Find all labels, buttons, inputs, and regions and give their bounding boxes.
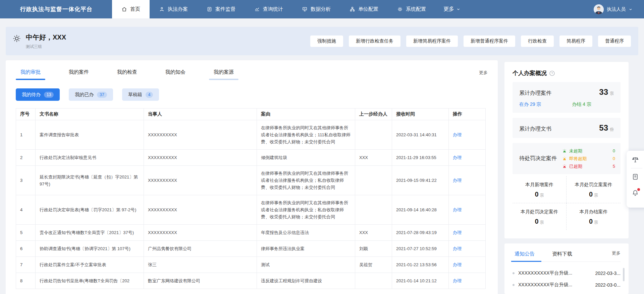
monthly-value: 0 xyxy=(535,191,538,198)
filter-done-count: 37 xyxy=(97,92,107,98)
monthly-label: 本月新增案件 xyxy=(513,182,566,188)
tab-my-case-sources[interactable]: 我的案源 xyxy=(209,67,238,80)
total-cases-value: 33 xyxy=(599,87,608,97)
user-menu[interactable]: 执法人员 xyxy=(594,0,644,18)
handle-link[interactable]: 办理 xyxy=(453,262,462,267)
cell-time: 2021-09-14 16:40:28 xyxy=(392,195,449,225)
handle-link[interactable]: 办理 xyxy=(453,230,462,235)
nav-item-query-stats[interactable]: 查询统计 xyxy=(245,0,292,18)
cell-cause: 在律师事务所执业的同时又在其他律师事务所或者社会法律服务机构执业；111私自收取… xyxy=(257,120,355,150)
table-row: 3 延长查封期限决定书(粤穗〔延查（扣）字2021〕第 97号) XXXXXXX… xyxy=(16,166,486,195)
cell-no: 5 xyxy=(16,225,36,241)
table-row: 5 责令改正通知书(粤穗数T全局责字〔2021〕37号) XXXXXXXXXX … xyxy=(16,225,486,241)
handle-link[interactable]: 办理 xyxy=(453,207,462,212)
cell-prev xyxy=(355,195,392,225)
notice-card: 通知公告 资料下载 更多 XXXXXXXXXX平台升级... 2022-03-3… xyxy=(504,243,629,294)
siren-icon xyxy=(562,164,567,169)
table-row: 8 行政处罚告知书呈批单(粤穗数T全局罚告〔202 数室广东网络建设有限公司 违… xyxy=(16,273,486,289)
filter-done[interactable]: 我的已办 37 xyxy=(69,88,113,101)
force-measures-button[interactable]: 强制措施 xyxy=(310,35,343,47)
new-simple-case-button[interactable]: 新增简易程序案件 xyxy=(406,35,458,47)
nav-item-data-analysis[interactable]: 数据分析 xyxy=(292,0,340,18)
closed-cases-link[interactable]: 办结 4 宗 xyxy=(572,101,591,107)
workbench-more-link[interactable]: 更多 xyxy=(479,67,488,76)
nav-item-system-config[interactable]: 系统配置 xyxy=(388,0,435,18)
handle-link[interactable]: 办理 xyxy=(453,155,462,160)
monthly-unit: 宗 xyxy=(594,193,598,198)
app-title: 行政执法与监督一体化平台 xyxy=(0,0,112,18)
monthly-filed-cases: 本月处罚立案案件 0宗 xyxy=(567,176,621,203)
cell-doc: 协助调查通知书(粤穗〔协调字2021〕第 107号) xyxy=(36,241,144,257)
monthly-label: 本月处罚决定案件 xyxy=(513,209,566,215)
cell-party: XXXXXXXXXX xyxy=(144,120,257,150)
nav-item-unit-config[interactable]: 单位配置 xyxy=(340,0,388,18)
avatar xyxy=(594,4,604,14)
floating-toolbar xyxy=(627,151,644,208)
new-inspection-task-button[interactable]: 新增行政检查任务 xyxy=(349,35,400,47)
notice-text: XXXXXXXXXX平台升级... xyxy=(518,270,592,276)
notice-text: XXXXXXXXXX平台升级... xyxy=(518,282,592,288)
divider xyxy=(631,168,642,168)
tab-my-notifications[interactable]: 我的知会 xyxy=(161,67,190,80)
col-time: 接收时间 xyxy=(392,108,449,120)
tab-my-inspections[interactable]: 我的检查 xyxy=(112,67,142,80)
notice-date: 2022-03-0... xyxy=(595,282,621,288)
new-general-case-button[interactable]: 新增普通程序案件 xyxy=(464,35,515,47)
notice-item[interactable]: XXXXXXXXXX平台升级... 2022-03-0... xyxy=(513,279,621,291)
filter-drafts[interactable]: 草稿箱 4 xyxy=(122,88,159,101)
total-docs-value: 53 xyxy=(599,123,608,133)
help-icon[interactable]: ? xyxy=(549,71,555,76)
simple-procedure-button[interactable]: 简易程序 xyxy=(559,35,592,47)
scrollbar-thumb[interactable] xyxy=(623,268,625,281)
active-cases-link[interactable]: 在办 29 宗 xyxy=(519,101,541,107)
nav-item-case-handling[interactable]: 执法办案 xyxy=(150,0,197,18)
notice-date: 2022-03-3... xyxy=(595,271,621,276)
notice-list: XXXXXXXXXX平台升级... 2022-03-3... XXXXXXXXX… xyxy=(513,267,621,291)
pending-decision-label: 待处罚决定案件 xyxy=(519,155,557,162)
cell-no: 4 xyxy=(16,195,36,225)
siren-icon xyxy=(562,156,567,161)
cell-prev xyxy=(355,166,392,195)
monthly-unit: 宗 xyxy=(540,220,544,225)
pending-overdue: 已超期 5 xyxy=(562,162,615,170)
greeting-title: 中午好，XXX xyxy=(26,33,66,42)
cell-no: 6 xyxy=(16,241,36,257)
handle-link[interactable]: 办理 xyxy=(453,246,462,251)
nav-item-case-supervision[interactable]: 案件监督 xyxy=(197,0,245,18)
handle-link[interactable]: 办理 xyxy=(453,178,462,183)
tab-my-cases[interactable]: 我的案件 xyxy=(64,67,94,80)
tab-downloads[interactable]: 资料下载 xyxy=(550,250,574,262)
sun-icon xyxy=(12,34,21,43)
notice-more-link[interactable]: 更多 xyxy=(612,250,621,256)
handle-link[interactable]: 办理 xyxy=(453,278,462,283)
cell-cause: 在律师事务所执业的同时又在其他律师事务所或者社会法律服务机构执业；私自收取律师费… xyxy=(257,166,355,195)
general-procedure-button[interactable]: 普通程序 xyxy=(598,35,631,47)
screen-icon xyxy=(302,6,308,12)
pending-label: 即将超期 xyxy=(569,155,587,162)
cell-party: XXXXXXXXXX xyxy=(144,166,257,195)
cell-doc: 案件调查报告审批表 xyxy=(36,120,144,150)
total-cases-box: 累计办理案件 33 宗 在办 29 宗 办结 4 宗 xyxy=(513,82,621,113)
notice-item[interactable]: XXXXXXXXXX平台升级... 2022-03-3... xyxy=(513,267,621,279)
admin-inspection-button[interactable]: 行政检查 xyxy=(521,35,554,47)
cell-cause: 律师事务所违法执业案 xyxy=(257,241,355,257)
filter-pills: 我的待办 13 我的已办 37 草稿箱 4 xyxy=(16,88,488,101)
nav-item-home[interactable]: 首页 xyxy=(112,0,150,18)
filter-todo[interactable]: 我的待办 13 xyxy=(16,88,60,101)
scales-icon[interactable] xyxy=(632,156,639,163)
monthly-new-cases: 本月新增案件 0宗 xyxy=(513,176,567,203)
tab-notices[interactable]: 通知公告 xyxy=(513,250,537,262)
monthly-closed-cases: 本月办结案件 0宗 xyxy=(567,203,621,230)
svg-text:?: ? xyxy=(551,71,553,75)
nav-item-label: 系统配置 xyxy=(406,6,426,12)
bell-icon[interactable] xyxy=(632,189,639,197)
document-icon[interactable] xyxy=(632,173,639,180)
cell-doc: 行政处罚决定审批表(粤穗〔罚字2021〕第 97-2号) xyxy=(36,195,144,225)
nav-more[interactable]: 更多 xyxy=(435,0,469,18)
handle-link[interactable]: 办理 xyxy=(453,132,462,137)
col-prev: 上一步经办人 xyxy=(355,108,392,120)
cell-party: 张三 xyxy=(144,257,257,273)
cell-party: XXXXXXXXXX xyxy=(144,225,257,241)
monthly-unit: 宗 xyxy=(594,220,598,225)
tab-my-approvals[interactable]: 我的审批 xyxy=(16,67,45,80)
